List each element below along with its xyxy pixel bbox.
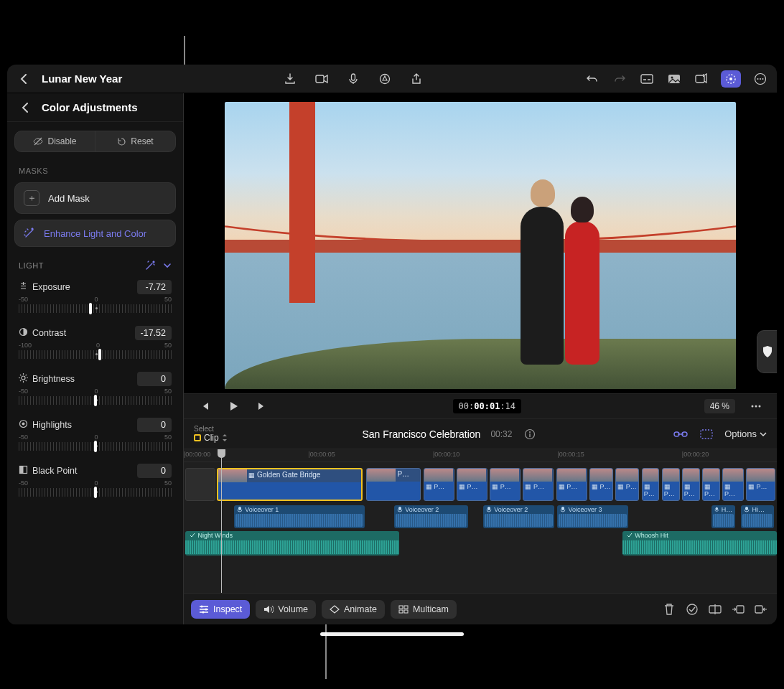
trim-end-button[interactable]	[752, 601, 770, 618]
viewer-options-icon[interactable]	[748, 398, 764, 414]
multicam-label: Multicam	[413, 604, 449, 614]
image-icon[interactable]	[666, 71, 682, 87]
slider-value[interactable]: -17.52	[135, 326, 172, 340]
slider-track[interactable]: -50050	[19, 481, 172, 502]
reset-button[interactable]: Reset	[95, 131, 175, 151]
trim-start-button[interactable]	[729, 601, 747, 618]
effects-icon[interactable]	[377, 71, 393, 87]
video-clip[interactable]: ▦ P…	[457, 468, 487, 501]
disable-label: Disable	[47, 136, 76, 146]
contrast-icon	[19, 327, 28, 339]
color-adjustments-icon[interactable]	[721, 70, 741, 88]
timeline[interactable]: |00:00:00|00:00:05|00:00:10|00:00:15|00:…	[184, 449, 777, 593]
disable-button[interactable]: Disable	[15, 131, 95, 151]
zoom-display[interactable]: 46 %	[704, 399, 735, 413]
video-clip[interactable]: ▦ P…	[490, 468, 521, 501]
ruler-tick: |00:00:15	[557, 451, 584, 458]
camera-icon[interactable]	[314, 71, 330, 87]
playhead[interactable]	[221, 449, 222, 593]
audio-clip[interactable]: Voiceover 1	[234, 505, 365, 528]
video-clip[interactable]: ▦ P…	[722, 468, 744, 501]
svg-point-38	[202, 611, 205, 613]
slider-highlights: Highlights 0 -50050	[7, 413, 183, 459]
overlay-icon[interactable]	[694, 71, 709, 87]
empty-clip-slot[interactable]	[185, 468, 215, 501]
multicam-button[interactable]: Multicam	[391, 600, 457, 619]
snapping-icon[interactable]	[699, 426, 714, 442]
music-track[interactable]: Night WindsWhoosh Hit	[184, 531, 777, 556]
svg-point-21	[755, 406, 757, 408]
slider-track[interactable]: -100050	[19, 343, 172, 365]
import-icon[interactable]	[282, 71, 298, 87]
volume-button[interactable]: Volume	[256, 600, 316, 619]
animate-button[interactable]: Animate	[322, 600, 385, 619]
inspect-button[interactable]: Inspect	[191, 600, 250, 619]
more-icon[interactable]	[752, 71, 768, 87]
video-clip[interactable]: ▦ P…	[662, 468, 680, 501]
undo-icon[interactable]	[584, 71, 600, 87]
protection-tab[interactable]	[757, 330, 777, 373]
music-clip[interactable]: Whoosh Hit	[622, 531, 777, 556]
captions-icon[interactable]	[639, 71, 655, 87]
clip-selector-label: Clip	[204, 433, 219, 443]
music-clip[interactable]: Night Winds	[185, 531, 398, 556]
video-clip[interactable]: ▦ P…	[702, 468, 720, 501]
play-button[interactable]	[225, 398, 241, 414]
svg-rect-35	[745, 507, 748, 510]
slider-track[interactable]: -50050	[19, 435, 172, 456]
inspector-back-button[interactable]	[17, 100, 33, 116]
video-clip[interactable]: ▦ P…	[589, 468, 613, 501]
enable-button[interactable]	[683, 601, 701, 618]
delete-button[interactable]	[661, 601, 678, 618]
back-button[interactable]	[16, 71, 32, 87]
add-mask-button[interactable]: ＋ Add Mask	[14, 182, 176, 214]
slider-value[interactable]: 0	[137, 372, 172, 386]
bottom-toolbar: Inspect Volume Animate Multicam	[184, 593, 777, 624]
video-clip[interactable]: P…	[366, 468, 421, 501]
timeline-options-button[interactable]: Options	[724, 428, 767, 439]
info-icon[interactable]	[522, 426, 538, 442]
audio-clip[interactable]: H…	[711, 505, 735, 528]
slider-value[interactable]: -7.72	[137, 280, 172, 294]
slider-label: Contrast	[32, 328, 66, 338]
select-label: Select	[194, 425, 228, 433]
auto-light-icon[interactable]	[144, 260, 156, 271]
video-clip[interactable]: ▦ P…	[615, 468, 639, 501]
plus-icon: ＋	[24, 190, 39, 206]
next-frame-button[interactable]	[254, 398, 270, 414]
slider-track[interactable]: -50050	[19, 297, 172, 319]
split-button[interactable]	[706, 601, 724, 618]
svg-rect-29	[701, 430, 712, 439]
audio-track[interactable]: Voiceover 1Voiceover 2Voiceover 2Voiceov…	[184, 505, 777, 528]
video-clip[interactable]: ▦ P…	[424, 468, 454, 501]
voiceover-icon[interactable]	[345, 71, 361, 87]
video-clip[interactable]: ▦ P…	[523, 468, 554, 501]
slider-value[interactable]: 0	[137, 418, 172, 432]
video-clip[interactable]: ▦ P…	[682, 468, 700, 501]
prev-frame-button[interactable]	[197, 398, 213, 414]
video-clip[interactable]: ▦ P…	[746, 468, 775, 501]
chevron-down-icon[interactable]	[163, 261, 172, 270]
enhance-button[interactable]: Enhance Light and Color	[14, 220, 176, 247]
svg-rect-40	[404, 606, 408, 609]
slider-track[interactable]: -50050	[19, 389, 172, 411]
video-track[interactable]: ▦ Golden Gate Bridge P… ▦ P… ▦ P… ▦ P… ▦…	[184, 468, 777, 501]
svg-rect-1	[352, 74, 355, 80]
video-clip[interactable]: ▦ Golden Gate Bridge	[217, 468, 363, 501]
audio-clip[interactable]: Voiceover 3	[557, 505, 628, 528]
video-clip[interactable]: ▦ P…	[642, 468, 660, 501]
slider-exposure: Exposure -7.72 -50050	[7, 276, 183, 322]
audio-clip[interactable]: Voiceover 2	[483, 505, 554, 528]
audio-clip[interactable]: Hi…	[741, 505, 773, 528]
video-preview[interactable]	[225, 102, 736, 389]
clip-selector[interactable]: Clip	[194, 433, 228, 443]
link-clips-icon[interactable]	[673, 426, 689, 442]
audio-clip[interactable]: Voiceover 2	[394, 505, 468, 528]
slider-value[interactable]: 0	[137, 464, 172, 478]
slider-label: Exposure	[32, 282, 70, 292]
share-icon[interactable]	[409, 71, 424, 87]
project-title: Lunar New Year	[42, 72, 122, 85]
redo-icon[interactable]	[612, 71, 627, 87]
video-clip[interactable]: ▦ P…	[556, 468, 587, 501]
timeline-ruler[interactable]: |00:00:00|00:00:05|00:00:10|00:00:15|00:…	[184, 449, 777, 462]
